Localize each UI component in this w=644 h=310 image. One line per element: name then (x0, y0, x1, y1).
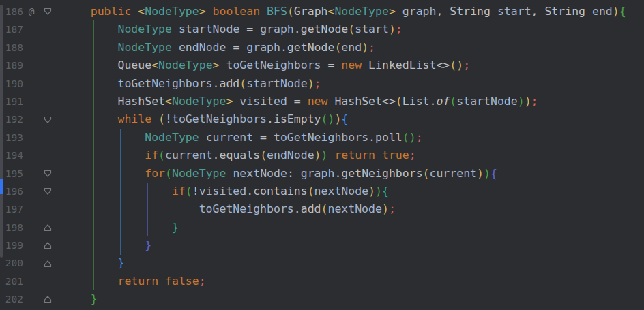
line-number[interactable]: 197 (0, 200, 23, 218)
scrollbar-caret-mark-icon (0, 179, 3, 194)
annotation-gutter-spacer (23, 57, 40, 74)
line-number[interactable]: 192 (0, 110, 23, 128)
code-text[interactable]: if(current.equals(endNode)) return true; (63, 146, 416, 164)
line-number[interactable]: 201 (0, 273, 23, 290)
line-number[interactable]: 199 (0, 236, 23, 254)
line-number[interactable]: 188 (0, 39, 23, 57)
code-line[interactable]: 187 NodeType startNode = graph.getNode(s… (0, 20, 644, 38)
annotation-marker: @ (23, 3, 40, 20)
fold-region-end-icon[interactable] (40, 219, 56, 236)
line-number[interactable]: 196 (0, 183, 23, 200)
left-pane-scrollbar[interactable] (0, 0, 3, 310)
code-text[interactable]: } (63, 219, 179, 236)
fold-gutter-spacer (40, 93, 56, 110)
fold-gutter-spacer (40, 39, 56, 57)
annotation-gutter-spacer (23, 273, 40, 290)
line-number[interactable]: 200 (0, 254, 23, 272)
code-text[interactable]: } (63, 236, 151, 254)
fold-region-start-icon[interactable] (40, 183, 56, 200)
fold-region-start-icon[interactable] (40, 165, 56, 183)
annotation-gutter-spacer (23, 39, 40, 57)
annotation-gutter-spacer (23, 93, 40, 110)
line-number[interactable]: 186 (0, 3, 23, 20)
code-text[interactable]: public <NodeType> boolean BFS(Graph<Node… (63, 3, 626, 20)
annotation-gutter-spacer (23, 110, 40, 128)
code-text[interactable]: Queue<NodeType> toGetNeighbors = new Lin… (63, 57, 470, 74)
code-line[interactable]: 194 if(current.equals(endNode)) return t… (0, 146, 644, 164)
code-line[interactable]: 199 } (0, 236, 644, 254)
fold-gutter-spacer (40, 129, 56, 146)
line-number[interactable]: 187 (0, 20, 23, 38)
annotation-gutter-spacer (23, 200, 40, 218)
fold-gutter-spacer (40, 20, 56, 38)
annotation-gutter-spacer (23, 183, 40, 200)
code-line[interactable]: 190 toGetNeighbors.add(startNode); (0, 75, 644, 93)
fold-region-end-icon[interactable] (40, 290, 56, 308)
fold-gutter-spacer (40, 146, 56, 164)
code-line[interactable]: 202 } (0, 290, 644, 308)
code-text[interactable]: } (63, 254, 124, 272)
code-line[interactable]: 200 } (0, 254, 644, 272)
code-text[interactable]: if(!visited.contains(nextNode)){ (63, 183, 389, 200)
annotation-gutter-spacer (23, 236, 40, 254)
fold-region-end-icon[interactable] (40, 254, 56, 272)
code-text[interactable]: toGetNeighbors.add(startNode); (63, 75, 321, 93)
code-line[interactable]: 188 NodeType endNode = graph.getNode(end… (0, 39, 644, 57)
fold-region-end-icon[interactable] (40, 236, 56, 254)
annotation-gutter-spacer (23, 75, 40, 93)
line-number[interactable]: 194 (0, 146, 23, 164)
fold-gutter-spacer (40, 200, 56, 218)
code-text[interactable]: for(NodeType nextNode: graph.getNeighbor… (63, 165, 497, 183)
code-line[interactable]: 197 toGetNeighbors.add(nextNode); (0, 200, 644, 218)
code-line[interactable]: 195 for(NodeType nextNode: graph.getNeig… (0, 165, 644, 183)
code-line[interactable]: 193 NodeType current = toGetNeighbors.po… (0, 129, 644, 146)
code-text[interactable]: while (!toGetNeighbors.isEmpty()){ (63, 110, 348, 128)
code-line[interactable]: 191 HashSet<NodeType> visited = new Hash… (0, 93, 644, 110)
annotation-gutter-spacer (23, 129, 40, 146)
fold-region-start-icon[interactable] (40, 3, 56, 20)
annotation-gutter-spacer (23, 165, 40, 183)
annotation-gutter-spacer (23, 146, 40, 164)
fold-gutter-spacer (40, 57, 56, 74)
fold-region-start-icon[interactable] (40, 110, 56, 128)
annotation-gutter-spacer (23, 254, 40, 272)
code-text[interactable]: return false; (63, 273, 206, 290)
code-text[interactable]: NodeType startNode = graph.getNode(start… (63, 20, 402, 38)
fold-gutter-spacer (40, 75, 56, 93)
scrollbar-thumb[interactable] (0, 5, 3, 258)
code-line[interactable]: 186@ public <NodeType> boolean BFS(Graph… (0, 3, 644, 20)
annotation-gutter-spacer (23, 20, 40, 38)
line-number[interactable]: 193 (0, 129, 23, 146)
line-number[interactable]: 195 (0, 165, 23, 183)
fold-gutter-spacer (40, 273, 56, 290)
code-line[interactable]: 201 return false; (0, 273, 644, 290)
line-number[interactable]: 189 (0, 57, 23, 74)
code-lines: 186@ public <NodeType> boolean BFS(Graph… (0, 3, 644, 309)
code-text[interactable]: HashSet<NodeType> visited = new HashSet<… (63, 93, 538, 110)
line-number[interactable]: 191 (0, 93, 23, 110)
code-text[interactable]: toGetNeighbors.add(nextNode); (63, 200, 396, 218)
code-text[interactable]: } (63, 290, 98, 308)
line-number[interactable]: 202 (0, 290, 23, 308)
line-number[interactable]: 198 (0, 219, 23, 236)
code-line[interactable]: 189 Queue<NodeType> toGetNeighbors = new… (0, 57, 644, 74)
annotation-gutter-spacer (23, 219, 40, 236)
code-editor: 186@ public <NodeType> boolean BFS(Graph… (0, 0, 644, 310)
code-text[interactable]: NodeType endNode = graph.getNode(end); (63, 39, 375, 57)
line-number[interactable]: 190 (0, 75, 23, 93)
annotation-gutter-spacer (23, 290, 40, 308)
code-line[interactable]: 196 if(!visited.contains(nextNode)){ (0, 183, 644, 200)
code-text[interactable]: NodeType current = toGetNeighbors.poll()… (63, 129, 423, 146)
code-line[interactable]: 198 } (0, 219, 644, 236)
code-line[interactable]: 192 while (!toGetNeighbors.isEmpty()){ (0, 110, 644, 128)
